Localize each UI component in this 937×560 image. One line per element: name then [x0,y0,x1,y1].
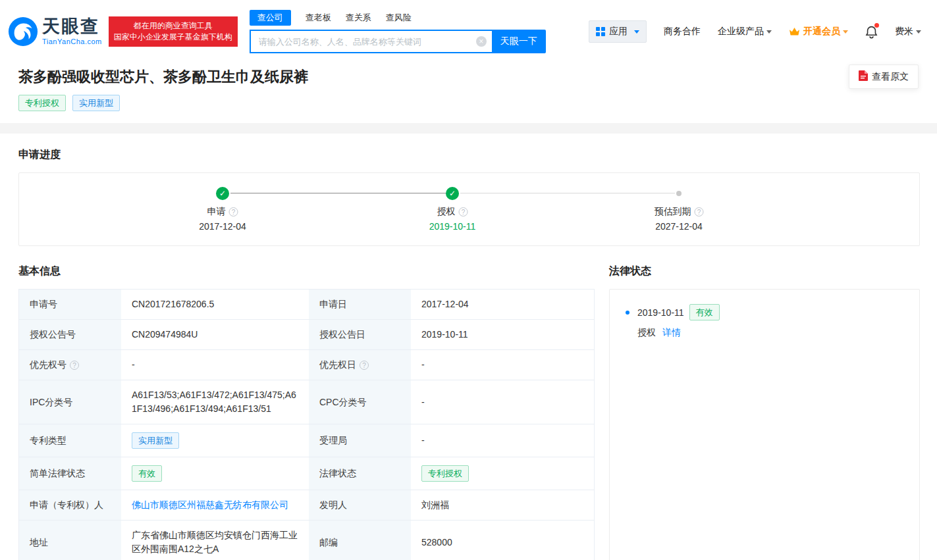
basic-info-heading: 基本信息 [18,265,595,278]
row-label: 优先权号 ? [19,350,121,380]
search-input[interactable] [257,36,476,47]
user-menu[interactable]: 费米 [895,26,921,38]
basic-info-table: 申请号 CN201721678206.5 申请日 2017-12-04 授权公告… [18,289,595,560]
row-label: 受理局 [309,424,411,457]
legal-detail-link[interactable]: 详情 [662,327,681,338]
step-check-icon: ✓ [446,187,459,200]
row-label: 地址 [19,521,121,560]
promo-badge-line1: 都在用的商业查询工具 [114,20,232,32]
row-value: - [121,350,309,380]
promo-badge-line2: 国家中小企业发展子基金旗下机构 [114,32,232,43]
help-icon[interactable]: ? [695,207,704,216]
valid-status-tag: 有效 [132,465,162,482]
nav-label-enterprise: 企业级产品 [718,26,764,38]
nav-item-open-vip[interactable]: 开通会员 [789,26,848,38]
row-value: CN209474984U [121,320,309,349]
chevron-down-icon [766,30,772,34]
legal-status-entry: 2019-10-11 有效 [626,304,903,320]
brand-logo[interactable]: 天眼查 TianYanCha.com [8,16,102,47]
brand-domain: TianYanCha.com [42,38,102,45]
pdf-icon [859,70,868,83]
patent-title-section: 茶多酚强吸收型芯片、茶多酚卫生巾及纸尿裤 专利授权 实用新型 查看原文 [0,63,937,123]
search-tab-risk[interactable]: 查风险 [386,10,412,26]
view-original-label: 查看原文 [872,71,909,83]
row-label: 简单法律状态 [19,457,121,490]
clear-search-icon[interactable]: × [476,36,487,47]
row-value: 刘洲福 [411,490,594,520]
legal-status-tag: 专利授权 [421,465,469,482]
step-label-application: 申请 ? [207,206,238,218]
table-row: 专利类型 实用新型 受理局 - [19,424,594,457]
row-label: 申请日 [309,290,411,319]
progress-section-heading: 申请进度 [18,148,937,162]
row-label: 邮编 [309,521,411,560]
view-original-button[interactable]: 查看原文 [849,64,919,89]
timeline-segment [230,193,446,193]
row-value: - [411,380,594,424]
row-value: 2017-12-04 [411,290,594,319]
step-date-grant: 2019-10-11 [429,221,476,232]
table-row: IPC分类号 A61F13/53;A61F13/472;A61F13/475;A… [19,380,594,424]
basic-info-section: 基本信息 申请号 CN201721678206.5 申请日 2017-12-04… [18,265,595,560]
search-box: × [250,30,492,53]
help-icon[interactable]: ? [70,361,79,370]
notifications-bell-icon[interactable] [865,25,878,39]
row-value: 528000 [411,521,594,560]
search-tab-relation[interactable]: 查关系 [346,10,371,26]
progress-timeline: ✓ ✓ 申请 ? 授权 ? 预估到期 ? 2017-12-04 2019-10-… [18,172,920,246]
apps-menu-label: 应用 [609,26,628,38]
legal-status-section: 法律状态 2019-10-11 有效 授权 详情 [609,265,920,560]
row-label: 授权公告号 [19,320,121,349]
legal-status-heading: 法律状态 [609,265,920,278]
patent-type-tag: 实用新型 [72,95,120,111]
top-bar: 天眼查 TianYanCha.com 都在用的商业查询工具 国家中小企业发展子基… [0,0,937,63]
search-tab-company[interactable]: 查公司 [250,10,291,26]
step-check-icon: ✓ [216,187,229,200]
title-tags: 专利授权 实用新型 [18,95,919,111]
patent-type-tag: 实用新型 [132,432,179,449]
notification-dot [874,23,879,28]
row-value: CN201721678206.5 [121,290,309,319]
step-pending-dot [676,191,682,196]
promo-badge: 都在用的商业查询工具 国家中小企业发展子基金旗下机构 [109,16,238,47]
step-date-expiry: 2027-12-04 [655,221,703,232]
step-label-grant: 授权 ? [437,206,468,218]
legal-status-box: 2019-10-11 有效 授权 详情 [609,289,920,560]
chevron-down-icon [634,30,639,34]
search-tabs: 查公司 查老板 查关系 查风险 [250,10,546,26]
apps-menu-button[interactable]: 应用 [589,20,647,43]
search-tab-boss[interactable]: 查老板 [306,10,331,26]
row-value: 专利授权 [411,457,594,490]
help-icon[interactable]: ? [229,207,238,216]
legal-valid-tag: 有效 [689,304,720,320]
table-row: 简单法律状态 有效 法律状态 专利授权 [19,457,594,490]
tianyancha-logo-icon [8,16,38,47]
row-label: CPC分类号 [309,380,411,424]
step-date-application: 2017-12-04 [199,221,246,232]
row-label: 申请号 [19,290,121,319]
help-icon[interactable]: ? [360,361,369,370]
row-value: 有效 [121,457,309,490]
legal-status-date: 2019-10-11 [637,307,684,318]
timeline-segment [460,193,675,193]
help-icon[interactable]: ? [459,207,468,216]
row-label: 专利类型 [19,424,121,457]
table-row: 申请号 CN201721678206.5 申请日 2017-12-04 [19,290,594,320]
applicant-company-link[interactable]: 佛山市顺德区州福慈鑫无纺布有限公司 [132,498,288,512]
table-row: 申请（专利权）人 佛山市顺德区州福慈鑫无纺布有限公司 发明人 刘洲福 [19,490,594,521]
row-value: 佛山市顺德区州福慈鑫无纺布有限公司 [121,490,309,520]
search-button[interactable]: 天眼一下 [492,30,546,53]
table-row: 地址 广东省佛山市顺德区均安镇仓门西海工业区外围南围A12之七A 邮编 5280… [19,521,594,560]
search-row: × 天眼一下 [250,30,546,53]
section-divider [0,123,937,134]
vip-label: 开通会员 [803,26,840,38]
table-row: 优先权号 ? - 优先权日 ? - [19,350,594,380]
nav-item-enterprise-products[interactable]: 企业级产品 [718,26,772,38]
row-label: 优先权日 ? [309,350,411,380]
chevron-down-icon [916,30,921,34]
row-value: A61F13/53;A61F13/472;A61F13/475;A61F13/4… [121,380,309,424]
row-value: 实用新型 [121,424,309,457]
row-value: - [411,350,594,380]
row-label: 法律状态 [309,457,411,490]
nav-item-business-cooperation[interactable]: 商务合作 [664,26,701,38]
